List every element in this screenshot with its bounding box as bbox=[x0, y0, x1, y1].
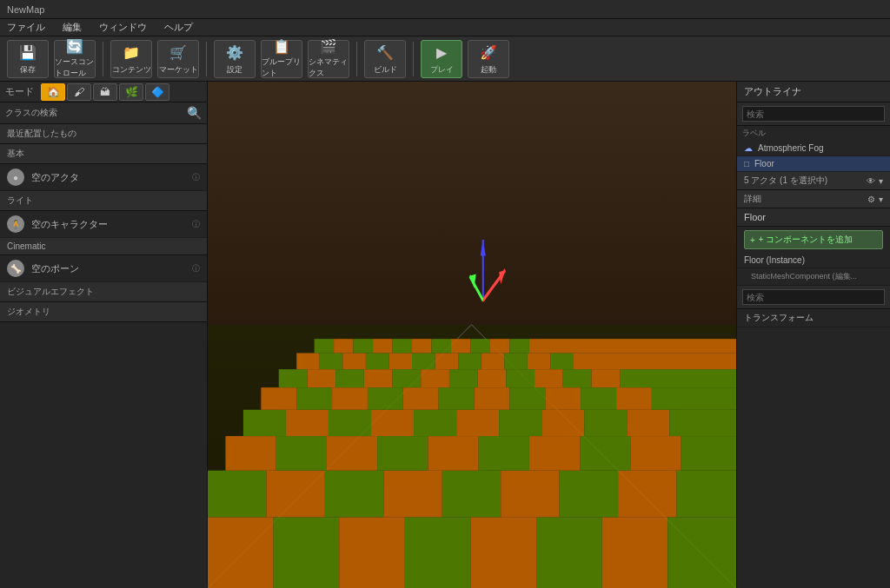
label-header: ラベル bbox=[737, 126, 890, 141]
toolbar-content-button[interactable]: 📁 コンテンツ bbox=[110, 40, 152, 78]
svg-rect-79 bbox=[550, 353, 574, 369]
item-info: ⓘ bbox=[192, 172, 200, 183]
component-sub-item[interactable]: StaticMeshComponent (編集... bbox=[737, 268, 890, 286]
svg-rect-37 bbox=[456, 410, 499, 436]
component-item[interactable]: Floor (Instance) bbox=[737, 253, 890, 268]
list-item[interactable]: 🦴 空のポーン ⓘ bbox=[0, 255, 207, 282]
expand-icon[interactable]: ▾ bbox=[879, 195, 883, 204]
category-geometry: ジオメトリ bbox=[0, 302, 207, 322]
item-label: 空のキャラクター bbox=[31, 218, 108, 231]
toolbar-build-button[interactable]: 🔨 ビルド bbox=[364, 40, 406, 78]
svg-rect-68 bbox=[296, 353, 320, 369]
svg-rect-88 bbox=[451, 339, 470, 353]
svg-rect-55 bbox=[279, 369, 308, 387]
svg-rect-34 bbox=[329, 410, 371, 436]
svg-rect-31 bbox=[681, 436, 736, 471]
place-mode-icon[interactable]: 🏠 bbox=[41, 83, 65, 101]
toolbar-settings-button[interactable]: ⚙️ 設定 bbox=[214, 40, 256, 78]
svg-rect-51 bbox=[545, 387, 581, 410]
list-item[interactable]: ● 空のアクタ ⓘ bbox=[0, 164, 207, 191]
main-viewport[interactable]: ✓ ✓ パースペクティブ ✓ ライティング 表示 ⊞ ⊟ ⊠ ▥ ⚠ 10 ▽ bbox=[208, 82, 736, 588]
settings-icon: ⚙️ bbox=[224, 42, 245, 63]
item-label: Atmospheric Fog bbox=[758, 143, 824, 153]
svg-rect-64 bbox=[535, 369, 563, 387]
svg-rect-67 bbox=[620, 369, 736, 387]
menu-bar: ファイル 編集 ウィンドウ ヘルプ bbox=[0, 19, 890, 36]
svg-rect-84 bbox=[373, 339, 392, 353]
plus-icon: + bbox=[750, 235, 755, 245]
svg-rect-5 bbox=[208, 517, 274, 588]
svg-rect-58 bbox=[364, 369, 393, 387]
svg-rect-28 bbox=[529, 436, 580, 471]
eye-icon[interactable]: 👁 bbox=[867, 176, 875, 186]
toolbar-play-button[interactable]: ▶ プレイ bbox=[421, 40, 462, 78]
mode-label: モード bbox=[5, 85, 34, 98]
transform-label: トランスフォーム bbox=[737, 309, 890, 327]
svg-rect-46 bbox=[368, 387, 403, 410]
search-icon[interactable]: 🔍 bbox=[187, 106, 202, 120]
svg-rect-81 bbox=[315, 339, 334, 353]
toolbar-market-button[interactable]: 🛒 マーケット bbox=[157, 40, 199, 78]
svg-rect-80 bbox=[574, 353, 736, 369]
svg-rect-41 bbox=[627, 410, 669, 436]
svg-rect-77 bbox=[504, 353, 528, 369]
toolbar-launch-button[interactable]: 🚀 起動 bbox=[468, 40, 509, 78]
fog-icon: ☁ bbox=[744, 143, 753, 153]
grid-background: /* grid rendered below */ bbox=[208, 82, 736, 588]
mesh-mode-icon[interactable]: 🔷 bbox=[145, 83, 169, 101]
foliage-mode-icon[interactable]: 🌿 bbox=[119, 83, 143, 101]
floor-icon: □ bbox=[744, 159, 749, 168]
main-toolbar: 💾 保存 🔄 ソースコントロール 📁 コンテンツ 🛒 マーケット ⚙️ 設定 📋… bbox=[0, 36, 890, 82]
svg-rect-89 bbox=[470, 339, 489, 353]
svg-rect-17 bbox=[442, 471, 501, 518]
svg-rect-26 bbox=[428, 436, 478, 471]
svg-rect-63 bbox=[506, 369, 535, 387]
outliner-search-row bbox=[737, 102, 890, 126]
svg-rect-70 bbox=[342, 353, 366, 369]
svg-rect-65 bbox=[563, 369, 592, 387]
svg-rect-25 bbox=[377, 436, 428, 471]
class-search-bar: クラスの検索 🔍 bbox=[0, 102, 207, 124]
svg-rect-6 bbox=[274, 517, 340, 588]
toolbar-blueprint-button[interactable]: 📋 ブループリント bbox=[261, 40, 302, 78]
toolbar-save-button[interactable]: 💾 保存 bbox=[7, 40, 49, 78]
toolbar-cinematics-button[interactable]: 🎬 シネマティクス bbox=[308, 40, 349, 78]
detail-search-input[interactable] bbox=[742, 289, 885, 305]
cinematics-icon: 🎬 bbox=[318, 38, 339, 55]
menu-window[interactable]: ウィンドウ bbox=[96, 19, 150, 36]
svg-rect-45 bbox=[332, 387, 368, 410]
menu-help[interactable]: ヘルプ bbox=[161, 19, 196, 36]
menu-file[interactable]: ファイル bbox=[3, 19, 49, 36]
svg-rect-36 bbox=[414, 410, 456, 436]
svg-rect-42 bbox=[669, 410, 736, 436]
svg-rect-82 bbox=[334, 339, 353, 353]
svg-rect-11 bbox=[602, 517, 668, 588]
menu-edit[interactable]: 編集 bbox=[59, 19, 85, 36]
landscape-mode-icon[interactable]: 🏔 bbox=[93, 83, 117, 101]
svg-rect-47 bbox=[403, 387, 439, 410]
svg-rect-56 bbox=[307, 369, 335, 387]
add-component-button[interactable]: + + コンポーネントを追加 bbox=[744, 230, 883, 249]
blueprint-icon: 📋 bbox=[271, 38, 292, 55]
svg-rect-43 bbox=[261, 387, 296, 410]
filter-icon[interactable]: ▾ bbox=[879, 176, 883, 186]
list-item[interactable]: ☁ Atmospheric Fog bbox=[737, 141, 890, 156]
svg-rect-18 bbox=[501, 471, 559, 518]
toolbar-source-button[interactable]: 🔄 ソースコントロール bbox=[54, 40, 96, 78]
selected-actor-name: Floor bbox=[737, 208, 890, 227]
svg-rect-92 bbox=[529, 339, 736, 353]
outliner-header: アウトライナ bbox=[737, 82, 890, 102]
category-cinematic: Cinematic bbox=[0, 238, 207, 255]
outliner-search-input[interactable] bbox=[742, 106, 885, 122]
pawn-icon: 🦴 bbox=[7, 260, 24, 277]
paint-mode-icon[interactable]: 🖌 bbox=[67, 83, 91, 101]
svg-rect-19 bbox=[560, 471, 618, 518]
svg-rect-15 bbox=[325, 471, 383, 518]
list-item[interactable]: □ Floor bbox=[737, 156, 890, 172]
svg-rect-59 bbox=[393, 369, 422, 387]
toolbar-separator3 bbox=[356, 42, 357, 76]
svg-rect-39 bbox=[541, 410, 584, 436]
market-icon: 🛒 bbox=[168, 42, 189, 63]
list-item[interactable]: 🧍 空のキャラクター ⓘ bbox=[0, 211, 207, 238]
svg-rect-91 bbox=[509, 339, 528, 353]
